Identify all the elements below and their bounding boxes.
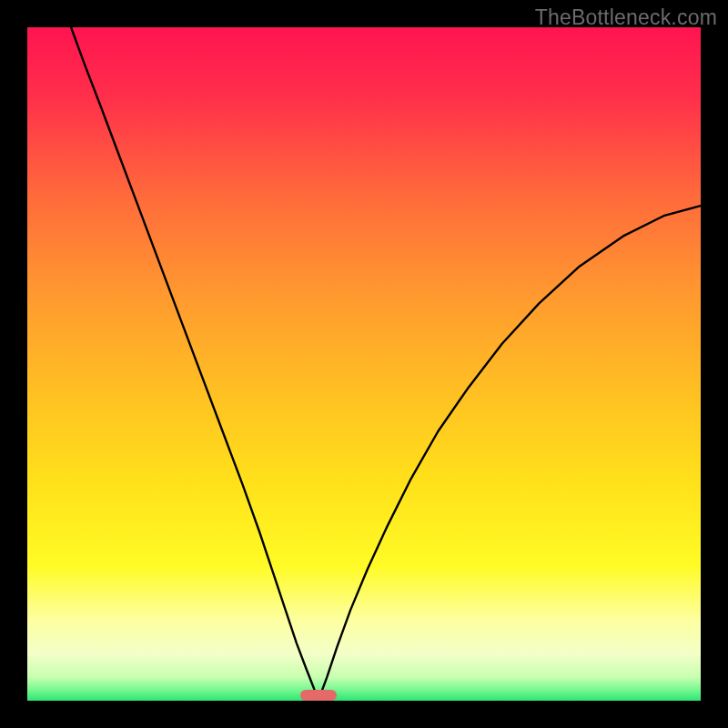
curve-left-branch	[71, 27, 318, 701]
watermark-label: TheBottleneck.com	[535, 5, 717, 30]
optimal-region-marker	[300, 690, 338, 701]
chart-frame: TheBottleneck.com	[0, 0, 728, 728]
plot-area	[27, 27, 701, 701]
curve-right-branch	[318, 206, 701, 701]
bottleneck-curve	[27, 27, 701, 701]
